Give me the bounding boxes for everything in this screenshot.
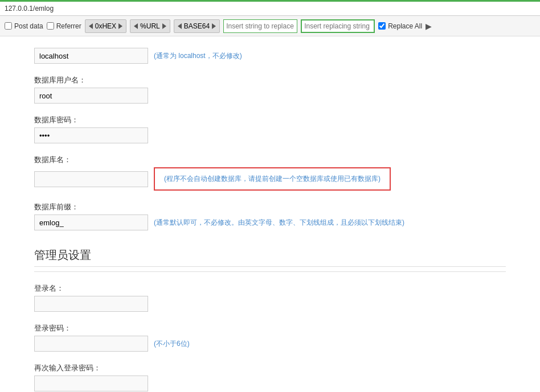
url-button[interactable]: %URL	[130, 19, 170, 33]
db-host-row: (通常为 localhost，不必修改)	[34, 48, 506, 64]
replace-all-label: Replace All	[388, 22, 422, 30]
base64-arrow-left-icon	[178, 23, 182, 29]
db-prefix-hint: (通常默认即可，不必修改。由英文字母、数字、下划线组成，且必须以下划线结束)	[154, 218, 404, 228]
admin-login-label: 登录名：	[34, 283, 506, 294]
db-warning-box: (程序不会自动创建数据库，请提前创建一个空数据库或使用已有数据库)	[154, 167, 391, 191]
base64-arrow-right-icon	[212, 23, 216, 29]
hex-button[interactable]: 0xHEX	[85, 19, 126, 33]
admin-password-inline: (不小于6位)	[34, 336, 506, 352]
url-label: %URL	[140, 22, 160, 30]
db-name-row: 数据库名： (程序不会自动创建数据库，请提前创建一个空数据库或使用已有数据库)	[34, 155, 506, 191]
admin-confirm-password-row: 再次输入登录密码：	[34, 363, 506, 391]
title-bar: 127.0.0.1/emlog	[0, 0, 540, 16]
admin-password-input[interactable]	[34, 336, 148, 352]
db-user-input[interactable]	[34, 88, 148, 104]
admin-section-title: 管理员设置	[34, 247, 506, 267]
db-prefix-label: 数据库前缀：	[34, 202, 506, 212]
toolbar-more-icon: ▶	[426, 22, 432, 31]
db-warning-text: (程序不会自动创建数据库，请提前创建一个空数据库或使用已有数据库)	[164, 175, 381, 183]
admin-password-row: 登录密码： (不小于6位)	[34, 323, 506, 352]
main-content: (通常为 localhost，不必修改) 数据库用户名： 数据库密码： 数据库名…	[0, 36, 540, 392]
db-user-label: 数据库用户名：	[34, 75, 506, 85]
admin-password-hint: (不小于6位)	[154, 339, 190, 349]
hex-label: 0xHEX	[95, 22, 116, 30]
admin-password-label: 登录密码：	[34, 323, 506, 333]
hex-arrow-right-icon	[118, 23, 122, 29]
replace-all-item: Replace All	[378, 22, 422, 30]
db-prefix-input[interactable]	[34, 214, 148, 230]
url-arrow-left-icon	[134, 23, 138, 29]
hex-arrow-left-icon	[89, 23, 93, 29]
db-name-inline: (程序不会自动创建数据库，请提前创建一个空数据库或使用已有数据库)	[34, 167, 506, 191]
db-name-input[interactable]	[34, 171, 148, 187]
url-arrow-right-icon	[162, 23, 166, 29]
admin-confirm-password-label: 再次输入登录密码：	[34, 363, 506, 373]
toolbar: Post data Referrer 0xHEX %URL BASE64 Rep…	[0, 16, 540, 36]
db-password-label: 数据库密码：	[34, 115, 506, 125]
admin-section: 管理员设置	[34, 247, 506, 272]
referrer-checkbox-item: Referrer	[47, 22, 81, 30]
admin-confirm-password-input[interactable]	[34, 376, 148, 391]
db-host-input[interactable]	[34, 48, 148, 64]
admin-login-row: 登录名：	[34, 283, 506, 312]
url-label: 127.0.0.1/emlog	[5, 5, 54, 13]
replace-all-checkbox[interactable]	[378, 22, 386, 30]
admin-login-input[interactable]	[34, 296, 148, 312]
referrer-label: Referrer	[56, 22, 81, 30]
db-password-input[interactable]	[34, 127, 148, 143]
post-data-checkbox-item: Post data	[5, 22, 43, 30]
insert-replacing-input[interactable]	[301, 19, 375, 33]
db-host-hint: (通常为 localhost，不必修改)	[154, 51, 242, 61]
post-data-checkbox[interactable]	[5, 22, 12, 30]
db-user-row: 数据库用户名：	[34, 75, 506, 104]
db-prefix-inline: (通常默认即可，不必修改。由英文字母、数字、下划线组成，且必须以下划线结束)	[34, 214, 506, 230]
base64-label: BASE64	[184, 22, 210, 30]
base64-button[interactable]: BASE64	[174, 19, 220, 33]
admin-divider	[34, 271, 506, 272]
db-prefix-row: 数据库前缀： (通常默认即可，不必修改。由英文字母、数字、下划线组成，且必须以下…	[34, 202, 506, 230]
referrer-checkbox[interactable]	[47, 22, 54, 30]
post-data-label: Post data	[14, 22, 43, 30]
db-name-label: 数据库名：	[34, 155, 506, 165]
insert-string-input[interactable]	[223, 19, 297, 33]
db-password-row: 数据库密码：	[34, 115, 506, 143]
